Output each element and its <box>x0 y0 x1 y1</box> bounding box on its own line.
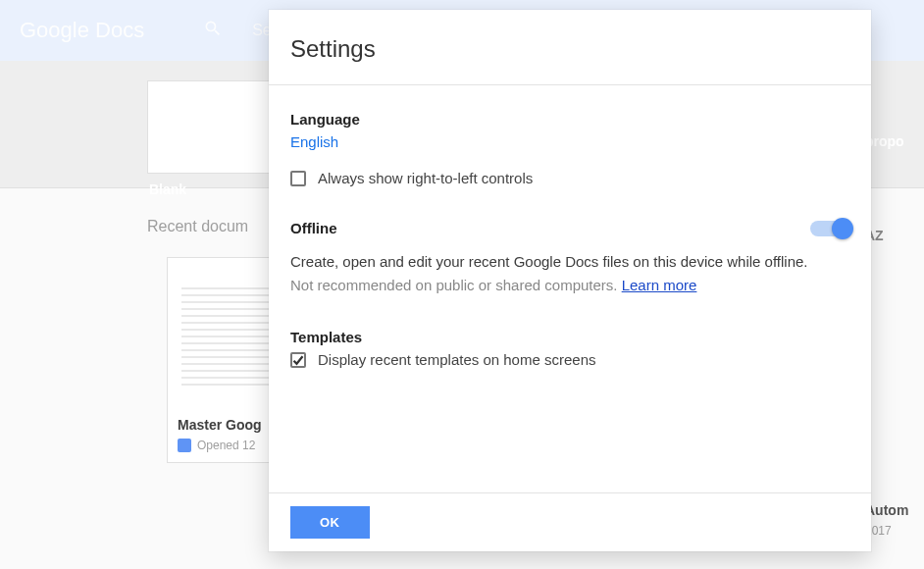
templates-checkbox[interactable] <box>290 352 306 368</box>
offline-note: Not recommended on public or shared comp… <box>290 277 849 293</box>
toggle-knob <box>832 218 853 239</box>
language-section: Language English Always show right-to-le… <box>290 111 849 186</box>
language-link[interactable]: English <box>290 133 338 150</box>
templates-row[interactable]: Display recent templates on home screens <box>290 351 849 368</box>
offline-description: Create, open and edit your recent Google… <box>290 250 849 273</box>
ok-button[interactable]: OK <box>290 506 370 539</box>
offline-note-text: Not recommended on public or shared comp… <box>290 277 622 293</box>
modal-body: Language English Always show right-to-le… <box>269 85 871 492</box>
modal-title: Settings <box>290 35 849 63</box>
templates-section: Templates Display recent templates on ho… <box>290 329 849 368</box>
learn-more-link[interactable]: Learn more <box>622 277 697 293</box>
templates-heading: Templates <box>290 329 849 345</box>
settings-modal: Settings Language English Always show ri… <box>269 10 871 551</box>
rtl-checkbox[interactable] <box>290 171 306 186</box>
language-heading: Language <box>290 111 849 128</box>
modal-header: Settings <box>269 10 871 85</box>
offline-section-header: Offline <box>290 220 849 236</box>
modal-footer: OK <box>269 492 871 551</box>
offline-heading: Offline <box>290 220 337 236</box>
rtl-label: Always show right-to-left controls <box>318 170 533 186</box>
rtl-row[interactable]: Always show right-to-left controls <box>290 170 849 186</box>
offline-toggle[interactable] <box>810 221 849 236</box>
templates-label: Display recent templates on home screens <box>318 351 595 368</box>
